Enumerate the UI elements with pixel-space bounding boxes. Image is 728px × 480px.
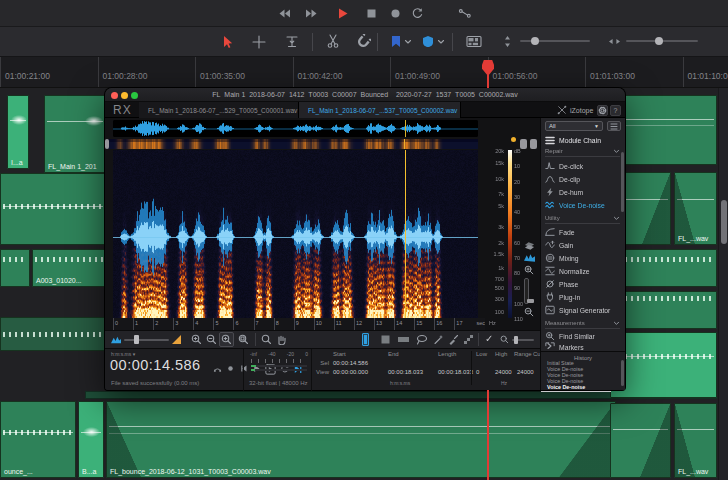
range-tool-button[interactable] — [252, 35, 266, 49]
find-button[interactable] — [261, 334, 272, 345]
section-measurements[interactable]: Measurements — [545, 318, 620, 329]
module-chain-item[interactable]: Module Chain — [545, 134, 620, 146]
module-item-plug-in[interactable]: Plug-in — [545, 291, 620, 303]
audio-clip[interactable]: FL_bounce_2018-06-12_1031_T0003_C00003.w… — [106, 401, 616, 478]
snap-button[interactable] — [356, 34, 371, 49]
rx-window[interactable]: FL_Main 1_2018-06-07_1412_T0003_C00007_B… — [105, 88, 625, 390]
spectrogram-time-ruler[interactable]: 01234567891011121314151617 sec — [113, 318, 485, 330]
frequency-selection-tool[interactable] — [397, 334, 410, 345]
audio-clip[interactable] — [610, 95, 717, 165]
apply-check-button[interactable]: ✓ — [485, 333, 493, 344]
audio-clip[interactable] — [610, 249, 717, 287]
module-list-view-button[interactable] — [607, 121, 621, 131]
module-filter-select[interactable]: All▼ — [545, 121, 603, 131]
audio-clip[interactable]: FL_...wav — [674, 403, 717, 478]
hand-tool-button[interactable] — [276, 334, 287, 345]
audio-clip[interactable]: ounce_... — [0, 401, 76, 478]
audio-clip[interactable] — [610, 403, 671, 478]
spectrogram-waveform-toggle[interactable] — [524, 253, 540, 262]
timeline-view-options-button[interactable] — [466, 35, 482, 48]
sidebar-scrollbar[interactable] — [621, 152, 624, 212]
zoom-out-vertical-button[interactable] — [524, 307, 540, 317]
vertical-scrollbar[interactable] — [718, 88, 728, 480]
record-icon[interactable] — [226, 364, 235, 373]
razor-tool-button[interactable] — [326, 34, 340, 49]
close-button[interactable] — [111, 92, 118, 99]
layers-button[interactable] — [524, 241, 540, 250]
record-button[interactable] — [390, 8, 401, 19]
zoom-in-button[interactable] — [191, 334, 202, 345]
audio-clip[interactable] — [0, 249, 30, 287]
instant-process-tool[interactable] — [463, 334, 474, 345]
rx-titlebar[interactable]: FL_Main 1_2018-06-07_1412_T0003_C00007_B… — [105, 88, 625, 102]
spectrogram-canvas[interactable] — [113, 150, 478, 318]
vertical-zoom-handle[interactable] — [527, 299, 534, 303]
selection-tool-button[interactable] — [221, 35, 234, 49]
toolbar-zoom-knob[interactable] — [514, 336, 518, 344]
help-button[interactable]: ? — [610, 105, 621, 116]
horizontal-zoom-knob[interactable] — [655, 37, 663, 45]
audio-clip[interactable]: FL_...wav — [674, 172, 717, 245]
module-item-de-clip[interactable]: De-clip — [545, 173, 620, 185]
audio-clip[interactable]: FL_Main 1_201 — [44, 95, 106, 173]
spectrogram-minimap[interactable] — [108, 139, 478, 149]
history-entry[interactable]: Voice De-noise — [541, 385, 611, 392]
lasso-tool[interactable] — [416, 334, 428, 345]
zoom-in-vertical-button[interactable] — [524, 265, 540, 275]
sidebar-expand-button[interactable] — [546, 342, 553, 350]
flag-button[interactable] — [390, 35, 402, 48]
audio-clip[interactable] — [610, 332, 717, 398]
rewind-button[interactable] — [278, 7, 291, 20]
audio-clip[interactable] — [0, 173, 106, 245]
trim-tool-button[interactable] — [285, 35, 299, 49]
scrollbar-thumb[interactable] — [721, 200, 727, 244]
time-selection-tool[interactable] — [362, 333, 369, 346]
module-item-normalize[interactable]: Normalize — [545, 265, 620, 277]
module-item-fade[interactable]: Fade — [545, 226, 620, 238]
audio-clip[interactable]: B...a — [78, 401, 104, 478]
waveform-overview[interactable] — [113, 120, 478, 137]
vertical-zoom-knob[interactable] — [531, 37, 539, 45]
flag-dropdown[interactable] — [404, 39, 412, 45]
balance-knob[interactable] — [134, 335, 139, 344]
vertical-zoom-track[interactable] — [524, 278, 529, 304]
loop-button[interactable] — [411, 7, 424, 20]
balance-slider[interactable] — [124, 339, 169, 341]
automation-button[interactable] — [458, 8, 472, 19]
zoom-slider-out-icon[interactable] — [500, 335, 509, 344]
brush-tool[interactable] — [448, 334, 459, 345]
history-scrollbar[interactable] — [621, 360, 624, 386]
marker-button[interactable] — [422, 35, 434, 48]
settings-button[interactable] — [597, 105, 608, 116]
audio-clip[interactable]: I...a — [7, 95, 29, 169]
audio-clip[interactable] — [0, 317, 106, 351]
audio-clip[interactable]: A003_01020... — [32, 249, 106, 287]
file-tab[interactable]: FL_Main 1_2018-06-07_...529_T0005_C00001… — [139, 102, 299, 118]
module-item-signal-generator[interactable]: Signal Generator — [545, 304, 620, 316]
monitor-icon[interactable] — [213, 364, 222, 373]
minimap-handle-left[interactable] — [105, 139, 109, 149]
section-utility[interactable]: Utility — [545, 213, 620, 224]
section-repair[interactable]: Repair — [545, 146, 620, 157]
zoom-out-button[interactable] — [206, 334, 217, 345]
zoom-selection-button[interactable] — [219, 332, 234, 347]
stop-button[interactable] — [366, 8, 377, 19]
module-item-de-click[interactable]: De-click — [545, 160, 620, 172]
daw-timeline-ruler[interactable]: 01:00:21:0001:00:28:0001:00:35:0001:00:4… — [0, 57, 728, 88]
playhead-head[interactable] — [511, 137, 516, 142]
play-button[interactable] — [337, 7, 349, 20]
time-frequency-selection-tool[interactable] — [380, 334, 391, 345]
marker-dropdown[interactable] — [437, 39, 445, 45]
minimize-button[interactable] — [121, 92, 128, 99]
module-item-voice-de-noise[interactable]: Voice De-noise — [545, 199, 620, 211]
module-item-gain[interactable]: Gain — [545, 239, 620, 251]
maximize-button[interactable] — [131, 92, 138, 99]
module-item-mixing[interactable]: Mixing — [545, 252, 620, 264]
fast-forward-button[interactable] — [305, 7, 318, 20]
zoom-fit-button[interactable] — [238, 334, 249, 345]
audio-clip[interactable] — [610, 291, 717, 329]
module-item-de-hum[interactable]: De-hum — [545, 186, 620, 198]
module-item-phase[interactable]: Phase — [545, 278, 620, 290]
magic-wand-tool[interactable] — [433, 334, 444, 345]
file-tab-active[interactable]: FL_Main 1_2018-06-07_...537_T0005_C00002… — [299, 102, 461, 118]
